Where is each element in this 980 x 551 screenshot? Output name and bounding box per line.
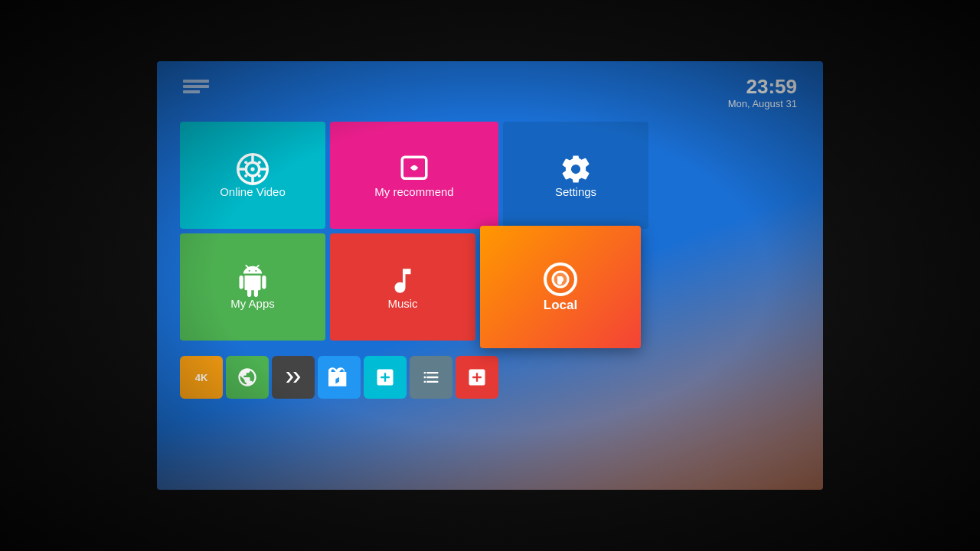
app-store[interactable] <box>318 356 361 399</box>
grid-icon <box>420 367 442 388</box>
tv-screen: 23:59 Mon, August 31 <box>157 61 823 490</box>
tile-my-apps-label: My Apps <box>230 297 275 310</box>
svg-point-10 <box>244 161 247 164</box>
tiles-row2: My Apps Music Local <box>180 233 800 348</box>
tile-my-apps[interactable]: My Apps <box>180 233 325 341</box>
tile-music-label: Music <box>387 297 417 310</box>
svg-point-12 <box>244 174 247 177</box>
tiles-row1: Online Video My recommend Settings <box>180 122 800 229</box>
logo-icon <box>183 80 209 101</box>
store-icon <box>328 367 350 388</box>
svg-point-11 <box>258 161 261 164</box>
plus-icon <box>466 367 488 388</box>
app-bar: 4K <box>180 356 800 399</box>
tile-online-video-label: Online Video <box>220 185 286 198</box>
clock-date: Mon, August 31 <box>728 98 797 109</box>
app-plus[interactable] <box>456 356 498 399</box>
svg-point-13 <box>258 174 261 177</box>
tile-online-video[interactable]: Online Video <box>180 122 325 229</box>
globe-icon <box>237 367 258 388</box>
tile-local-label: Local <box>544 298 577 313</box>
tile-settings-label: Settings <box>555 185 596 198</box>
tile-my-recommend[interactable]: My recommend <box>330 122 498 229</box>
tile-my-recommend-label: My recommend <box>374 185 453 198</box>
kodi-icon <box>283 367 304 388</box>
clock-time: 23:59 <box>728 77 797 96</box>
tile-settings[interactable]: Settings <box>503 122 648 229</box>
app-4k[interactable]: 4K <box>180 356 223 399</box>
svg-rect-1 <box>183 85 209 88</box>
add-store-icon <box>374 367 396 388</box>
tile-local[interactable]: Local <box>480 226 641 348</box>
svg-point-5 <box>250 167 254 171</box>
app-globe[interactable] <box>226 356 269 399</box>
app-grid[interactable] <box>410 356 452 399</box>
svg-rect-0 <box>183 80 209 83</box>
header: 23:59 Mon, August 31 <box>180 77 800 109</box>
tile-music[interactable]: Music <box>330 233 475 341</box>
app-4k-label: 4K <box>195 372 208 383</box>
app-kodi[interactable] <box>272 356 315 399</box>
svg-rect-2 <box>183 90 200 93</box>
app-addstore[interactable] <box>364 356 407 399</box>
datetime: 23:59 Mon, August 31 <box>728 77 797 109</box>
